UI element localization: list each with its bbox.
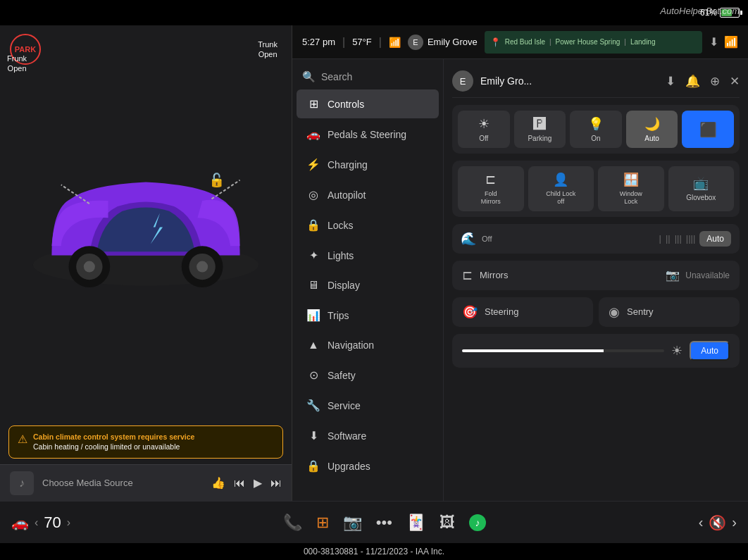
card-icon[interactable]: 🃏: [406, 514, 425, 532]
sidebar-item-pedals[interactable]: 🚗 Pedals & Steering: [297, 120, 439, 149]
safety-label: Safety: [328, 370, 356, 381]
wiper-speed-2[interactable]: ||: [666, 233, 671, 244]
brightness-row: ☀ Auto: [452, 334, 740, 368]
signal-bars-icon: 📶: [724, 35, 738, 49]
sidebar-item-display[interactable]: 🖥 Display: [297, 271, 439, 299]
brightness-slider[interactable]: [462, 349, 664, 352]
lights-off-btn[interactable]: ☀ Off: [458, 111, 510, 148]
right-panel: 5:27 pm | 57°F | 📶 E Emily Grove 📍 Red B…: [292, 25, 748, 501]
navigation-label: Navigation: [328, 340, 374, 351]
sidebar-item-safety[interactable]: ⊙ Safety: [297, 361, 439, 390]
frunk-label: FrunkOpen: [7, 54, 27, 74]
lights-on-btn[interactable]: 💡 On: [570, 111, 622, 148]
lights-on-icon: 💡: [588, 116, 604, 132]
brightness-icon: ☀: [671, 343, 682, 359]
fold-mirrors-btn[interactable]: ⊏ FoldMirrors: [458, 166, 524, 211]
highbeam-icon: ⬛: [699, 121, 717, 138]
nav-header-icons: ⬇ 📶: [709, 35, 738, 49]
window-lock-btn[interactable]: 🪟 WindowLock: [598, 166, 664, 211]
play-icon[interactable]: ▶: [254, 476, 262, 490]
steering-icon: 🎯: [462, 304, 478, 320]
download-icon[interactable]: ⬇: [709, 35, 718, 49]
sidebar-item-service[interactable]: 🔧 Service: [297, 391, 439, 420]
display-label: Display: [328, 280, 360, 291]
svg-text:🔓: 🔓: [208, 172, 225, 188]
grid-icon[interactable]: ⊞: [316, 514, 329, 532]
window-lock-label: WindowLock: [620, 190, 642, 206]
glovebox-btn[interactable]: 📺 Glovebox: [668, 166, 735, 211]
autopilot-label: Autopilot: [328, 189, 366, 201]
parking-lights-btn[interactable]: 🅿 Parking: [514, 111, 566, 148]
bell-icon[interactable]: 🔔: [685, 74, 700, 89]
speed-decrease[interactable]: ‹: [35, 516, 38, 529]
high-beam-btn[interactable]: ⬛: [682, 111, 734, 148]
svg-point-6: [197, 261, 208, 273]
media-icon: ♪: [10, 471, 34, 495]
child-lock-btn[interactable]: 👤 Child Lockoff: [528, 166, 594, 211]
nav-username: Emily Grove: [428, 37, 478, 47]
spotify-icon[interactable]: ♪: [469, 514, 486, 531]
watermark: AutoHelperBot.com: [660, 6, 740, 16]
bottom-left: 🚗 ‹ 70 ›: [11, 514, 70, 532]
display-icon: 🖥: [306, 279, 320, 292]
right-arrow[interactable]: ›: [732, 514, 737, 530]
sidebar-item-trips[interactable]: 📊 Trips: [297, 301, 439, 330]
sentry-row: ◉ Sentry: [599, 297, 740, 327]
nav-user: E Emily Grove: [408, 35, 478, 50]
gallery-icon[interactable]: 🖼: [440, 514, 455, 532]
bluetooth-icon[interactable]: ⊕: [710, 74, 720, 89]
sidebar-item-navigation[interactable]: ▲ Navigation: [297, 331, 439, 359]
wiper-speed-1[interactable]: |: [659, 233, 661, 244]
wiper-auto-btn[interactable]: Auto: [699, 231, 731, 247]
location-1: Red Bud Isle: [505, 38, 545, 46]
sun-icon: ☀: [478, 116, 490, 132]
controls-user-header: E Emily Gro... ⬇ 🔔 ⊕ ✕: [452, 68, 740, 98]
prev-track-icon[interactable]: ⏮: [234, 477, 245, 490]
sidebar-item-autopilot[interactable]: ◎ Autopilot: [297, 180, 439, 209]
thumbsup-icon[interactable]: 👍: [211, 476, 225, 490]
sidebar-item-lights[interactable]: ✦ Lights: [297, 241, 439, 270]
alert-box: ⚠ Cabin climate control system requires …: [8, 425, 283, 459]
controls-label: Controls: [328, 99, 364, 110]
menu-icon[interactable]: •••: [376, 514, 392, 532]
search-bar[interactable]: 🔍 Search: [292, 65, 443, 89]
download2-icon[interactable]: ⬇: [666, 74, 675, 89]
child-lock-icon: 👤: [553, 172, 568, 187]
glovebox-label: Glovebox: [686, 194, 716, 201]
service-label: Service: [328, 400, 361, 411]
left-arrow[interactable]: ‹: [699, 514, 704, 530]
trips-label: Trips: [328, 310, 349, 321]
brightness-auto-btn[interactable]: Auto: [690, 341, 730, 361]
sentry-icon: ◉: [609, 304, 620, 320]
wiper-speed-3[interactable]: |||: [675, 233, 682, 244]
charging-label: Charging: [328, 159, 368, 170]
sentry-label: Sentry: [627, 306, 654, 317]
media-bar[interactable]: ♪ Choose Media Source 👍 ⏮ ▶ ⏭: [0, 464, 292, 501]
volume-mute-icon[interactable]: 🔇: [709, 514, 726, 531]
sidebar-item-software[interactable]: ⬇ Software: [297, 421, 439, 450]
lights-auto-btn[interactable]: 🌙 Auto: [626, 111, 678, 148]
next-track-icon[interactable]: ⏭: [270, 477, 282, 490]
car-area: FrunkOpen TrunkOpen: [0, 25, 292, 420]
glovebox-icon: 📺: [693, 175, 709, 191]
controls-username: Emily Gro...: [480, 75, 659, 87]
location-2: Power House Spring: [556, 38, 621, 46]
sidebar-item-locks[interactable]: 🔒 Locks: [297, 211, 439, 239]
upgrades-icon: 🔒: [306, 459, 320, 473]
camera-bottom-icon[interactable]: 📷: [343, 514, 362, 532]
user-avatar-large: E: [452, 70, 473, 92]
sidebar-item-upgrades[interactable]: 🔒 Upgrades: [297, 452, 439, 480]
sidebar-item-controls[interactable]: ⊞ Controls: [297, 89, 439, 118]
mirrors-label: Mirrors: [480, 270, 508, 280]
nav-map[interactable]: 📍 Red Bud Isle | Power House Spring | La…: [485, 31, 702, 54]
child-lock-label: Child Lockoff: [546, 190, 575, 206]
wiper-speed-4[interactable]: ||||: [686, 233, 696, 244]
sidebar-item-charging[interactable]: ⚡ Charging: [297, 150, 439, 179]
media-controls: 👍 ⏮ ▶ ⏭: [211, 476, 282, 490]
search-label: Search: [321, 71, 352, 82]
wiper-panel: 🌊 Off | || ||| |||| Auto: [452, 224, 740, 254]
wiper-icon: 🌊: [461, 231, 476, 247]
phone-icon[interactable]: 📞: [283, 514, 302, 532]
close2-icon[interactable]: ✕: [730, 74, 740, 89]
fold-mirrors-label: FoldMirrors: [481, 190, 501, 206]
